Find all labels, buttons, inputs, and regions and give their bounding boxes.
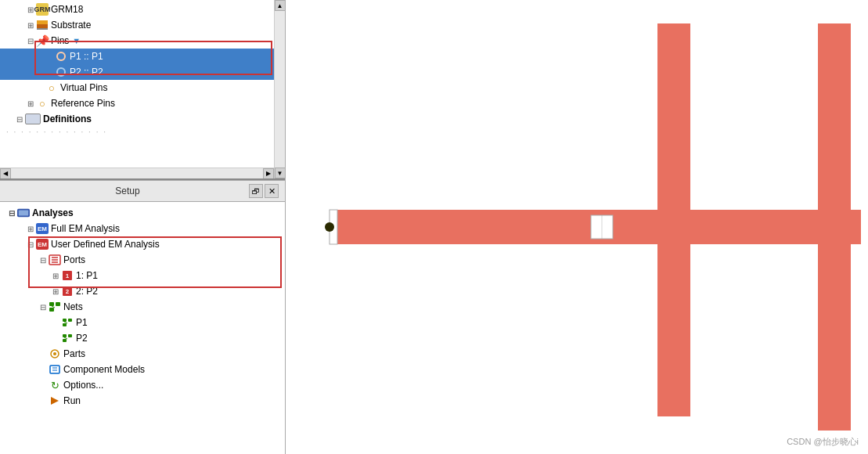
- parts-icon: [49, 348, 61, 360]
- tree-item-grm18[interactable]: ⊞ GRM GRM18: [0, 2, 285, 17]
- tree-item-options[interactable]: ↻ Options...: [0, 377, 285, 393]
- svg-rect-32: [333, 210, 614, 244]
- tree-item-comp-models[interactable]: Component Models: [0, 362, 285, 377]
- svg-rect-2: [37, 28, 48, 30]
- tree-item-net-p2[interactable]: P2: [0, 330, 285, 346]
- analyses-content: ⊟ Analyses ⊞ EM Full EM Analysis: [0, 202, 285, 412]
- analyses-label: Analyses: [32, 207, 74, 218]
- tree-item-reference-pins[interactable]: ⊞ ○ Reference Pins: [0, 95, 285, 111]
- virtual-pins-label: Virtual Pins: [60, 82, 107, 93]
- tree-item-virtual-pins[interactable]: ○ Virtual Pins: [0, 80, 285, 95]
- tree-item-port1[interactable]: ⊞ 1 1: P1: [0, 268, 285, 283]
- tree-item-ports[interactable]: ⊟ Ports: [0, 252, 285, 268]
- tree-item-nets[interactable]: ⊟ Nets: [0, 299, 285, 315]
- tree-item-parts[interactable]: Parts: [0, 346, 285, 362]
- comp-models-label: Component Models: [63, 364, 145, 375]
- expander-run[interactable]: [38, 395, 49, 406]
- expander-substrate[interactable]: ⊞: [25, 20, 36, 31]
- svg-rect-1: [37, 24, 48, 28]
- svg-line-24: [64, 337, 67, 339]
- expander-p2p2[interactable]: [44, 67, 55, 77]
- bottom-tree: ⊟ Analyses ⊞ EM Full EM Analysis: [0, 202, 285, 454]
- setup-header: Setup 🗗 ✕: [0, 180, 285, 202]
- comp-models-icon: [49, 363, 61, 376]
- expander-virtual-pins[interactable]: [34, 82, 45, 93]
- expander-parts[interactable]: [38, 348, 49, 359]
- close-btn[interactable]: ✕: [265, 184, 279, 198]
- definitions-icon: [25, 114, 41, 124]
- tree-dots: · · · · · · · · · · · · · ·: [0, 127, 285, 136]
- scroll-track[interactable]: [275, 11, 286, 168]
- ref-pins-label: Reference Pins: [51, 98, 115, 109]
- expander-p1p1[interactable]: [44, 51, 55, 62]
- tree-item-p2p2[interactable]: P2 :: P2 ⊡: [0, 64, 285, 80]
- expander-ref-pins[interactable]: ⊞: [25, 98, 36, 109]
- p1p1-icon: [55, 50, 67, 63]
- svg-rect-23: [63, 339, 67, 342]
- svg-rect-21: [63, 334, 67, 337]
- hscroll-left-btn[interactable]: ◀: [0, 168, 11, 179]
- user-em-label: User Defined EM Analysis: [51, 239, 160, 250]
- ports-label: Ports: [63, 254, 85, 265]
- tree-item-port2[interactable]: ⊞ 2 2: P2: [0, 283, 285, 299]
- tree-item-user-em[interactable]: ⊟ EM User Defined EM Analysis: [0, 236, 285, 252]
- port2-icon: 2: [61, 285, 74, 297]
- top-tree-hscrollbar[interactable]: ◀ ▶: [0, 168, 274, 178]
- svg-marker-30: [51, 397, 59, 405]
- options-icon: ↻: [49, 379, 61, 391]
- net-p1-icon: [61, 316, 74, 329]
- expander-options[interactable]: [38, 380, 49, 391]
- circuit-diagram: [286, 0, 868, 454]
- top-tree-vscrollbar[interactable]: ▲ ▼: [274, 0, 285, 178]
- run-icon: [49, 395, 61, 407]
- scroll-up-btn[interactable]: ▲: [275, 0, 286, 11]
- svg-text:1: 1: [66, 272, 70, 279]
- svg-rect-18: [68, 319, 72, 322]
- full-em-label: Full EM Analysis: [51, 223, 120, 234]
- expander-ports[interactable]: ⊟: [38, 254, 49, 265]
- restore-btn[interactable]: 🗗: [249, 184, 263, 198]
- pins-icon: 📌: [36, 34, 49, 47]
- top-tree-content: ⊞ GRM GRM18 ⊞ Substrate: [0, 0, 285, 138]
- restore-icon: 🗗: [252, 187, 260, 196]
- grm18-label: GRM18: [51, 4, 83, 15]
- tree-item-p1p1[interactable]: P1 :: P1: [0, 49, 285, 64]
- user-em-icon: EM: [36, 239, 49, 250]
- expander-definitions[interactable]: ⊟: [14, 114, 25, 124]
- analyses-header: ⊟ Analyses: [0, 205, 285, 221]
- hscroll-right-btn[interactable]: ▶: [263, 168, 274, 179]
- expander-comp-models[interactable]: [38, 364, 49, 375]
- expander-analyses[interactable]: ⊟: [6, 207, 17, 218]
- tree-item-pins[interactable]: ⊟ 📌 Pins ▼: [0, 33, 285, 49]
- expander-user-em[interactable]: ⊟: [25, 239, 36, 250]
- run-label: Run: [63, 395, 81, 406]
- substrate-label: Substrate: [51, 20, 91, 31]
- tree-item-net-p1[interactable]: P1: [0, 315, 285, 330]
- scroll-down-btn[interactable]: ▼: [275, 168, 286, 178]
- grm18-icon: GRM: [36, 3, 49, 16]
- svg-line-20: [64, 322, 67, 323]
- port1-label: 1: P1: [76, 270, 98, 281]
- expander-net-p2[interactable]: [50, 333, 61, 344]
- svg-rect-15: [49, 308, 54, 312]
- p2p2-label: P2 :: P2: [70, 67, 103, 77]
- expander-net-p1[interactable]: [50, 317, 61, 328]
- expander-port2[interactable]: ⊞: [50, 286, 61, 297]
- pins-label: Pins: [51, 35, 69, 46]
- expander-full-em[interactable]: ⊞: [25, 223, 36, 234]
- svg-rect-17: [63, 319, 67, 322]
- right-canvas: CSDN @怡步晓心i: [286, 0, 868, 454]
- options-label: Options...: [63, 380, 103, 391]
- expander-nets[interactable]: ⊟: [38, 301, 49, 312]
- expander-pins[interactable]: ⊟: [25, 35, 36, 46]
- p1p1-label: P1 :: P1: [70, 51, 103, 62]
- tree-item-full-em[interactable]: ⊞ EM Full EM Analysis: [0, 221, 285, 236]
- definitions-label: Definitions: [43, 114, 92, 124]
- substrate-icon: [36, 19, 49, 31]
- expander-port1[interactable]: ⊞: [50, 270, 61, 281]
- tree-item-definitions[interactable]: ⊟ Definitions: [0, 111, 285, 127]
- tree-item-run[interactable]: Run: [0, 393, 285, 409]
- svg-point-26: [53, 352, 56, 355]
- svg-point-35: [325, 222, 334, 232]
- tree-item-substrate[interactable]: ⊞ Substrate: [0, 17, 285, 33]
